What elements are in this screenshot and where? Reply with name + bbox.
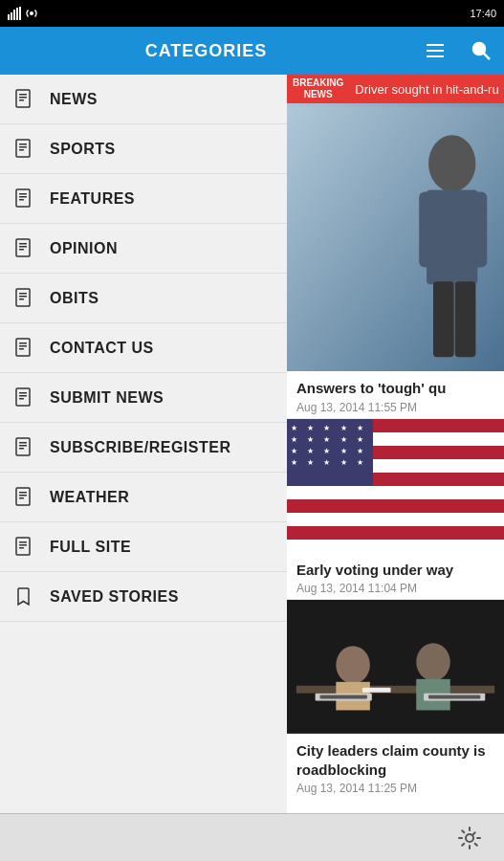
svg-rect-30 — [19, 298, 24, 300]
sidebar-item-sports[interactable]: SPORTS — [0, 124, 287, 174]
svg-point-52 — [428, 135, 475, 191]
settings-icon — [457, 826, 482, 850]
breaking-news-banner[interactable]: BREAKINGNEWS Driver sought in hit-and-ru — [287, 75, 504, 103]
svg-rect-50 — [19, 547, 24, 549]
weather-icon — [11, 484, 38, 511]
svg-rect-43 — [16, 488, 30, 505]
features-icon — [11, 186, 38, 212]
svg-line-10 — [484, 54, 491, 60]
svg-point-9 — [473, 43, 485, 55]
settings-button[interactable] — [450, 819, 489, 857]
svg-rect-57 — [455, 281, 476, 357]
sidebar-item-opinion[interactable]: OPINION — [0, 224, 287, 274]
svg-rect-26 — [19, 249, 24, 251]
sidebar-item-full-site-label: FULL SITE — [50, 539, 131, 556]
sidebar-item-saved-stories[interactable]: SAVED STORIES — [0, 572, 287, 622]
svg-rect-40 — [19, 442, 27, 444]
svg-rect-6 — [427, 44, 444, 46]
search-button[interactable] — [458, 27, 504, 75]
svg-rect-44 — [19, 492, 27, 494]
sidebar-item-full-site[interactable]: FULL SITE — [0, 522, 287, 572]
svg-rect-36 — [19, 392, 27, 394]
svg-point-5 — [30, 11, 33, 15]
sidebar-item-news-label: NEWS — [50, 91, 98, 108]
saved-stories-icon — [11, 584, 38, 610]
news-icon — [11, 86, 38, 113]
article-1-date: Aug 13, 2014 11:55 PM — [296, 401, 494, 414]
content-area: NEWS SPORTS — [0, 75, 504, 813]
article-2-text[interactable]: Early voting under way Aug 13, 2014 11:0… — [287, 553, 504, 601]
menu-button[interactable] — [412, 27, 458, 75]
sidebar-item-obits[interactable]: OBITS — [0, 274, 287, 323]
svg-rect-59 — [296, 686, 494, 694]
article-2-image[interactable]: ★ ★ ★ ★ ★★ ★ ★ ★ ★★ ★ ★ ★ ★★ ★ ★ ★ ★ — [287, 419, 504, 553]
svg-rect-37 — [19, 395, 27, 397]
sidebar-item-saved-label: SAVED STORIES — [50, 588, 179, 606]
svg-rect-3 — [16, 8, 18, 20]
opinion-icon — [11, 235, 38, 262]
svg-rect-54 — [419, 191, 438, 267]
svg-rect-39 — [16, 438, 30, 455]
sidebar-item-contact-label: CONTACT US — [50, 340, 154, 357]
sidebar-item-subscribe[interactable]: SUBSCRIBE/REGISTER — [0, 423, 287, 473]
svg-rect-67 — [428, 695, 480, 699]
article-3-image[interactable] — [287, 600, 504, 734]
status-bar-right-info: 17:40 — [470, 8, 496, 19]
status-bar-left-icons — [8, 7, 38, 20]
svg-rect-25 — [19, 246, 27, 248]
svg-rect-48 — [19, 541, 27, 543]
sidebar-item-opinion-label: OPINION — [50, 240, 118, 257]
svg-rect-45 — [19, 495, 27, 497]
article-2-headline: Early voting under way — [296, 561, 494, 580]
sidebar-item-news[interactable]: NEWS — [0, 75, 287, 124]
svg-rect-33 — [19, 345, 27, 347]
svg-rect-23 — [16, 239, 30, 256]
contact-icon — [11, 335, 38, 362]
sidebar-item-sports-label: SPORTS — [50, 141, 116, 158]
article-1-headline: Answers to 'tough' qu — [296, 379, 494, 398]
svg-point-69 — [466, 834, 473, 842]
article-2-date: Aug 13, 2014 11:04 PM — [296, 582, 494, 595]
svg-rect-31 — [16, 339, 30, 356]
sidebar-item-features[interactable]: FEATURES — [0, 174, 287, 224]
svg-rect-18 — [19, 149, 24, 151]
article-3-text[interactable]: City leaders claim county is roadblockin… — [287, 734, 504, 799]
svg-rect-35 — [16, 388, 30, 406]
top-bar: CATEGORIES — [0, 27, 504, 75]
subscribe-icon — [11, 434, 38, 461]
full-site-icon — [11, 534, 38, 561]
sidebar-item-submit-news[interactable]: SUBMIT NEWS — [0, 373, 287, 423]
breaking-news-label: BREAKINGNEWS — [287, 77, 349, 100]
status-time: 17:40 — [470, 8, 496, 19]
svg-rect-21 — [19, 196, 27, 198]
article-1-text[interactable]: Answers to 'tough' qu Aug 13, 2014 11:55… — [287, 371, 504, 419]
svg-rect-7 — [427, 50, 444, 52]
page-title: CATEGORIES — [0, 41, 412, 61]
svg-rect-27 — [16, 289, 30, 306]
meeting-photo — [287, 600, 504, 734]
person-silhouette-svg — [287, 103, 504, 371]
svg-rect-49 — [19, 544, 27, 546]
flag-canton: ★ ★ ★ ★ ★★ ★ ★ ★ ★★ ★ ★ ★ ★★ ★ ★ ★ ★ — [287, 419, 373, 486]
svg-rect-38 — [19, 398, 24, 400]
article-1-image[interactable] — [287, 103, 504, 371]
svg-point-60 — [336, 646, 370, 683]
article-3-headline: City leaders claim county is roadblockin… — [296, 741, 494, 779]
sidebar-item-contact-us[interactable]: CONTACT US — [0, 323, 287, 373]
svg-rect-11 — [16, 90, 30, 107]
svg-rect-8 — [427, 55, 444, 57]
obits-icon — [11, 285, 38, 312]
top-bar-icons — [412, 27, 504, 75]
svg-rect-0 — [8, 14, 10, 20]
svg-rect-47 — [16, 538, 30, 555]
svg-rect-19 — [16, 189, 30, 207]
svg-rect-4 — [19, 7, 21, 20]
svg-rect-32 — [19, 342, 27, 344]
svg-rect-20 — [19, 193, 27, 195]
svg-rect-12 — [19, 94, 27, 96]
sidebar-item-weather[interactable]: WEATHER — [0, 473, 287, 522]
signal-icon — [25, 7, 38, 20]
svg-rect-55 — [468, 191, 487, 267]
app-container: CATEGORIES — [0, 27, 504, 861]
sidebar: NEWS SPORTS — [0, 75, 287, 813]
